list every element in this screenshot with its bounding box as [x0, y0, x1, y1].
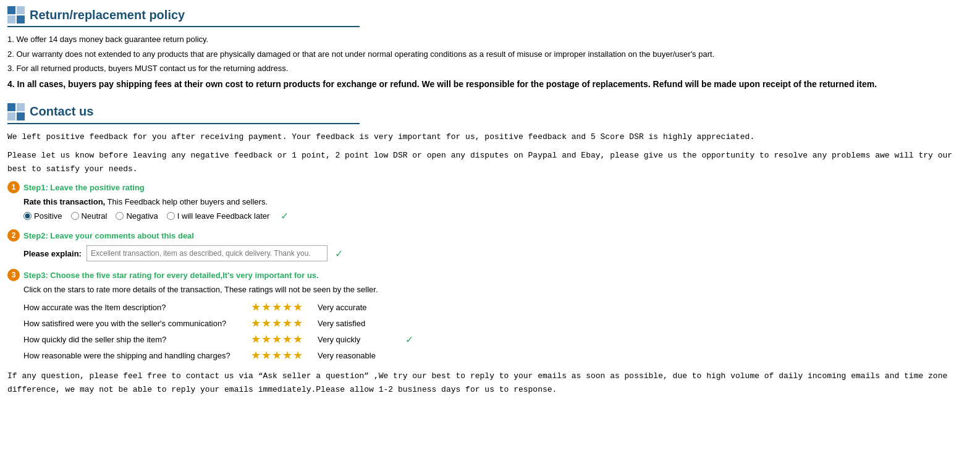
- rating-label-1: Very accurate: [318, 303, 398, 312]
- return-item-4: 4. In all cases, buyers pay shipping fee…: [7, 77, 973, 91]
- feedback-para2: Please let us know before leaving any ne…: [7, 149, 973, 176]
- rating-stars-3[interactable]: ★★★★★: [251, 332, 313, 346]
- contact-title: Contact us: [30, 104, 93, 119]
- radio-positive-input[interactable]: [23, 212, 32, 220]
- radio-positive[interactable]: Positive: [23, 211, 62, 221]
- radio-neutral-input[interactable]: [71, 212, 79, 220]
- rating-radio-group: Positive Neutral Negativa I will leave F…: [23, 210, 973, 222]
- return-item-3: 3. For all returned products, buyers MUS…: [7, 62, 973, 75]
- return-item-1: 1. We offer 14 days money back guarantee…: [7, 33, 973, 46]
- step3-header: 3 Step3: Choose the five star rating for…: [7, 269, 973, 281]
- explain-input[interactable]: [87, 245, 327, 261]
- rating-row-2: How satisfired were you with the seller'…: [23, 316, 973, 330]
- return-policy-title: Return/replacement policy: [30, 8, 185, 22]
- rating-row-1: How accurate was the Item description? ★…: [23, 300, 973, 314]
- contact-header: Contact us: [7, 103, 973, 120]
- step3-subtitle: Click on the stars to rate more details …: [23, 285, 973, 294]
- rating-question-3: How quickly did the seller ship the item…: [23, 335, 246, 344]
- svg-rect-7: [17, 112, 25, 120]
- return-item-2: 2. Our warranty does not extended to any…: [7, 48, 973, 61]
- rate-label: Rate this transaction, This Feedback hel…: [23, 197, 973, 206]
- return-policy-section: Return/replacement policy 1. We offer 14…: [7, 6, 973, 91]
- svg-rect-3: [17, 15, 25, 23]
- return-policy-divider: [7, 26, 360, 27]
- bottom-contact-text: If any question, please feel free to con…: [7, 369, 973, 397]
- svg-rect-4: [7, 103, 15, 111]
- explain-row: Please explain: ✓: [23, 245, 973, 261]
- radio-negative-input[interactable]: [116, 212, 124, 220]
- rating-question-4: How reasonable were the shipping and han…: [23, 351, 246, 360]
- step1-title: Step1: Leave the positive rating: [23, 183, 145, 192]
- contact-diamond-icon: [7, 103, 25, 120]
- rating-stars-4[interactable]: ★★★★★: [251, 348, 313, 362]
- feedback-para1: We left positive feedback for you after …: [7, 130, 973, 144]
- step2: 2 Step2: Leave your comments about this …: [7, 229, 973, 261]
- radio-later[interactable]: I will leave Feedback later: [167, 211, 270, 221]
- svg-rect-1: [17, 6, 25, 14]
- step2-body: Please explain: ✓: [7, 245, 973, 261]
- rating-question-2: How satisfired were you with the seller'…: [23, 319, 246, 328]
- diamond-icon: [7, 6, 25, 23]
- rating-label-3: Very quickly: [318, 335, 398, 344]
- step2-circle: 2: [7, 229, 20, 242]
- step2-header: 2 Step2: Leave your comments about this …: [7, 229, 973, 242]
- svg-rect-2: [7, 15, 15, 23]
- radio-negative[interactable]: Negativa: [116, 211, 158, 221]
- ratings-table: How accurate was the Item description? ★…: [23, 300, 973, 362]
- svg-rect-0: [7, 6, 15, 14]
- step3: 3 Step3: Choose the five star rating for…: [7, 269, 973, 362]
- radio-neutral[interactable]: Neutral: [71, 211, 108, 221]
- rating-stars-2[interactable]: ★★★★★: [251, 316, 313, 330]
- step3-title: Step3: Choose the five star rating for e…: [23, 271, 319, 280]
- step1-circle: 1: [7, 181, 20, 193]
- step3-checkmark: ✓: [405, 334, 413, 345]
- step1-checkmark: ✓: [281, 210, 289, 222]
- svg-rect-6: [7, 112, 15, 120]
- return-policy-header: Return/replacement policy: [7, 6, 973, 23]
- step2-checkmark: ✓: [335, 248, 343, 260]
- rating-row-4: How reasonable were the shipping and han…: [23, 348, 973, 362]
- step3-body: Click on the stars to rate more details …: [7, 285, 973, 362]
- step1-body: Rate this transaction, This Feedback hel…: [7, 197, 973, 222]
- contact-section: Contact us We left positive feedback for…: [7, 103, 973, 397]
- explain-label: Please explain:: [23, 249, 82, 258]
- rating-label-4: Very reasonable: [318, 351, 398, 360]
- radio-later-input[interactable]: [167, 212, 175, 220]
- step1: 1 Step1: Leave the positive rating Rate …: [7, 181, 973, 222]
- rating-question-1: How accurate was the Item description?: [23, 303, 246, 312]
- svg-rect-5: [17, 103, 25, 111]
- step1-header: 1 Step1: Leave the positive rating: [7, 181, 973, 193]
- rating-label-2: Very satisfied: [318, 319, 398, 328]
- rating-row-3: How quickly did the seller ship the item…: [23, 332, 973, 346]
- step2-title: Step2: Leave your comments about this de…: [23, 231, 194, 240]
- contact-divider: [7, 123, 360, 124]
- step3-circle: 3: [7, 269, 20, 281]
- rating-stars-1[interactable]: ★★★★★: [251, 300, 313, 314]
